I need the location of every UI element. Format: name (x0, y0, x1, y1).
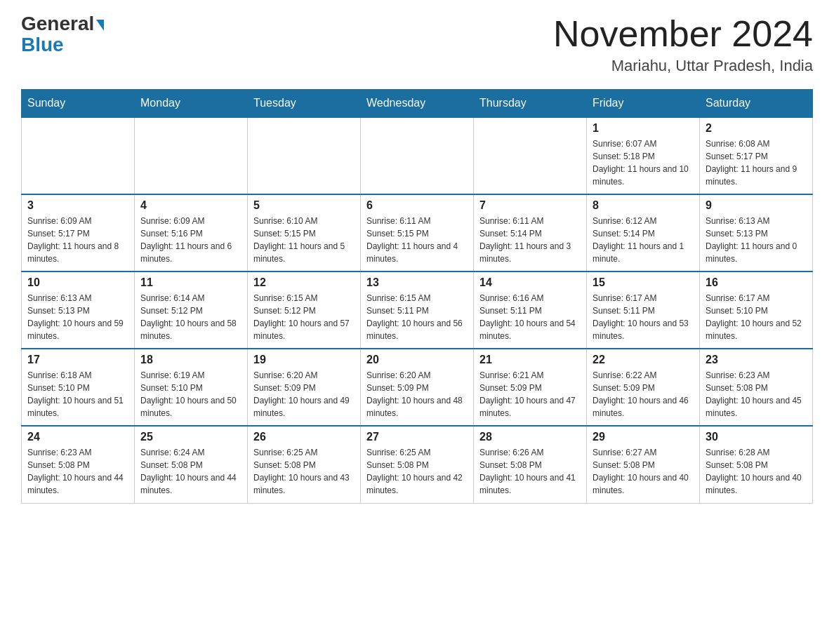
day-number: 3 (27, 199, 128, 212)
day-number: 18 (140, 354, 241, 366)
day-info: Sunrise: 6:17 AMSunset: 5:10 PMDaylight:… (706, 292, 807, 342)
calendar-cell-1-6: 9Sunrise: 6:13 AMSunset: 5:13 PMDaylight… (700, 194, 813, 271)
day-number: 20 (366, 354, 468, 366)
calendar-cell-0-6: 2Sunrise: 6:08 AMSunset: 5:17 PMDaylight… (700, 117, 813, 194)
calendar-cell-0-1 (135, 117, 248, 194)
calendar-cell-4-6: 30Sunrise: 6:28 AMSunset: 5:08 PMDayligh… (700, 426, 813, 503)
header-wednesday: Wednesday (361, 90, 474, 118)
day-info: Sunrise: 6:26 AMSunset: 5:08 PMDaylight:… (479, 446, 581, 497)
day-number: 11 (140, 276, 241, 289)
calendar-cell-3-0: 17Sunrise: 6:18 AMSunset: 5:10 PMDayligh… (22, 349, 135, 426)
logo: General Blue (21, 14, 104, 56)
header-tuesday: Tuesday (248, 90, 361, 118)
day-number: 24 (27, 431, 128, 443)
day-info: Sunrise: 6:13 AMSunset: 5:13 PMDaylight:… (706, 215, 807, 265)
day-number: 27 (366, 431, 468, 443)
day-info: Sunrise: 6:11 AMSunset: 5:15 PMDaylight:… (366, 215, 468, 265)
header-sunday: Sunday (22, 90, 135, 118)
calendar-cell-3-2: 19Sunrise: 6:20 AMSunset: 5:09 PMDayligh… (248, 349, 361, 426)
day-info: Sunrise: 6:18 AMSunset: 5:10 PMDaylight:… (27, 369, 128, 420)
day-info: Sunrise: 6:11 AMSunset: 5:14 PMDaylight:… (479, 215, 581, 265)
day-info: Sunrise: 6:09 AMSunset: 5:17 PMDaylight:… (27, 215, 128, 265)
day-number: 2 (706, 122, 807, 135)
day-info: Sunrise: 6:25 AMSunset: 5:08 PMDaylight:… (253, 446, 355, 497)
week-row-0: 1Sunrise: 6:07 AMSunset: 5:18 PMDaylight… (22, 117, 813, 194)
calendar-cell-0-2 (248, 117, 361, 194)
day-info: Sunrise: 6:23 AMSunset: 5:08 PMDaylight:… (706, 369, 807, 420)
calendar-table: Sunday Monday Tuesday Wednesday Thursday… (21, 89, 813, 504)
day-number: 4 (140, 199, 241, 212)
calendar-cell-3-5: 22Sunrise: 6:22 AMSunset: 5:09 PMDayligh… (587, 349, 700, 426)
day-number: 6 (366, 199, 468, 212)
day-number: 22 (593, 354, 694, 366)
day-number: 10 (27, 276, 128, 289)
day-info: Sunrise: 6:13 AMSunset: 5:13 PMDaylight:… (27, 292, 128, 342)
day-number: 8 (593, 199, 694, 212)
calendar-cell-1-5: 8Sunrise: 6:12 AMSunset: 5:14 PMDaylight… (587, 194, 700, 271)
calendar-cell-2-0: 10Sunrise: 6:13 AMSunset: 5:13 PMDayligh… (22, 271, 135, 349)
day-info: Sunrise: 6:07 AMSunset: 5:18 PMDaylight:… (593, 137, 694, 188)
day-info: Sunrise: 6:15 AMSunset: 5:11 PMDaylight:… (366, 292, 468, 342)
day-number: 15 (593, 276, 694, 289)
calendar-cell-1-0: 3Sunrise: 6:09 AMSunset: 5:17 PMDaylight… (22, 194, 135, 271)
calendar-cell-4-4: 28Sunrise: 6:26 AMSunset: 5:08 PMDayligh… (474, 426, 587, 503)
calendar-cell-4-0: 24Sunrise: 6:23 AMSunset: 5:08 PMDayligh… (22, 426, 135, 503)
day-number: 30 (706, 431, 807, 443)
calendar-cell-4-2: 26Sunrise: 6:25 AMSunset: 5:08 PMDayligh… (248, 426, 361, 503)
day-number: 1 (593, 122, 694, 135)
week-row-2: 10Sunrise: 6:13 AMSunset: 5:13 PMDayligh… (22, 271, 813, 349)
day-number: 5 (253, 199, 355, 212)
logo-text: General (21, 14, 104, 34)
calendar-cell-1-2: 5Sunrise: 6:10 AMSunset: 5:15 PMDaylight… (248, 194, 361, 271)
day-info: Sunrise: 6:28 AMSunset: 5:08 PMDaylight:… (706, 446, 807, 497)
day-info: Sunrise: 6:09 AMSunset: 5:16 PMDaylight:… (140, 215, 241, 265)
day-info: Sunrise: 6:16 AMSunset: 5:11 PMDaylight:… (479, 292, 581, 342)
day-number: 19 (253, 354, 355, 366)
calendar-cell-4-5: 29Sunrise: 6:27 AMSunset: 5:08 PMDayligh… (587, 426, 700, 503)
day-info: Sunrise: 6:08 AMSunset: 5:17 PMDaylight:… (706, 137, 807, 188)
title-section: November 2024 Mariahu, Uttar Pradesh, In… (553, 14, 813, 75)
day-number: 12 (253, 276, 355, 289)
calendar-cell-1-3: 6Sunrise: 6:11 AMSunset: 5:15 PMDaylight… (361, 194, 474, 271)
day-info: Sunrise: 6:20 AMSunset: 5:09 PMDaylight:… (366, 369, 468, 420)
calendar-cell-1-4: 7Sunrise: 6:11 AMSunset: 5:14 PMDaylight… (474, 194, 587, 271)
day-info: Sunrise: 6:23 AMSunset: 5:08 PMDaylight:… (27, 446, 128, 497)
day-info: Sunrise: 6:12 AMSunset: 5:14 PMDaylight:… (593, 215, 694, 265)
day-info: Sunrise: 6:10 AMSunset: 5:15 PMDaylight:… (253, 215, 355, 265)
location: Mariahu, Uttar Pradesh, India (553, 57, 813, 75)
header-saturday: Saturday (700, 90, 813, 118)
day-number: 28 (479, 431, 581, 443)
calendar-cell-4-3: 27Sunrise: 6:25 AMSunset: 5:08 PMDayligh… (361, 426, 474, 503)
calendar-cell-2-6: 16Sunrise: 6:17 AMSunset: 5:10 PMDayligh… (700, 271, 813, 349)
calendar-cell-2-3: 13Sunrise: 6:15 AMSunset: 5:11 PMDayligh… (361, 271, 474, 349)
calendar-cell-0-3 (361, 117, 474, 194)
day-info: Sunrise: 6:19 AMSunset: 5:10 PMDaylight:… (140, 369, 241, 420)
header-thursday: Thursday (474, 90, 587, 118)
day-info: Sunrise: 6:22 AMSunset: 5:09 PMDaylight:… (593, 369, 694, 420)
day-info: Sunrise: 6:24 AMSunset: 5:08 PMDaylight:… (140, 446, 241, 497)
week-row-1: 3Sunrise: 6:09 AMSunset: 5:17 PMDaylight… (22, 194, 813, 271)
week-row-4: 24Sunrise: 6:23 AMSunset: 5:08 PMDayligh… (22, 426, 813, 503)
calendar-cell-3-6: 23Sunrise: 6:23 AMSunset: 5:08 PMDayligh… (700, 349, 813, 426)
day-info: Sunrise: 6:14 AMSunset: 5:12 PMDaylight:… (140, 292, 241, 342)
header-monday: Monday (135, 90, 248, 118)
calendar-cell-2-1: 11Sunrise: 6:14 AMSunset: 5:12 PMDayligh… (135, 271, 248, 349)
calendar-cell-0-4 (474, 117, 587, 194)
day-number: 14 (479, 276, 581, 289)
day-info: Sunrise: 6:20 AMSunset: 5:09 PMDaylight:… (253, 369, 355, 420)
calendar-cell-2-4: 14Sunrise: 6:16 AMSunset: 5:11 PMDayligh… (474, 271, 587, 349)
calendar-cell-1-1: 4Sunrise: 6:09 AMSunset: 5:16 PMDaylight… (135, 194, 248, 271)
day-number: 26 (253, 431, 355, 443)
day-info: Sunrise: 6:17 AMSunset: 5:11 PMDaylight:… (593, 292, 694, 342)
calendar-cell-3-4: 21Sunrise: 6:21 AMSunset: 5:09 PMDayligh… (474, 349, 587, 426)
calendar-cell-2-2: 12Sunrise: 6:15 AMSunset: 5:12 PMDayligh… (248, 271, 361, 349)
logo-blue: Blue (21, 34, 64, 56)
page-header: General Blue November 2024 Mariahu, Utta… (21, 14, 813, 75)
day-number: 13 (366, 276, 468, 289)
day-number: 7 (479, 199, 581, 212)
week-row-3: 17Sunrise: 6:18 AMSunset: 5:10 PMDayligh… (22, 349, 813, 426)
header-friday: Friday (587, 90, 700, 118)
day-info: Sunrise: 6:21 AMSunset: 5:09 PMDaylight:… (479, 369, 581, 420)
calendar-cell-0-5: 1Sunrise: 6:07 AMSunset: 5:18 PMDaylight… (587, 117, 700, 194)
day-number: 16 (706, 276, 807, 289)
